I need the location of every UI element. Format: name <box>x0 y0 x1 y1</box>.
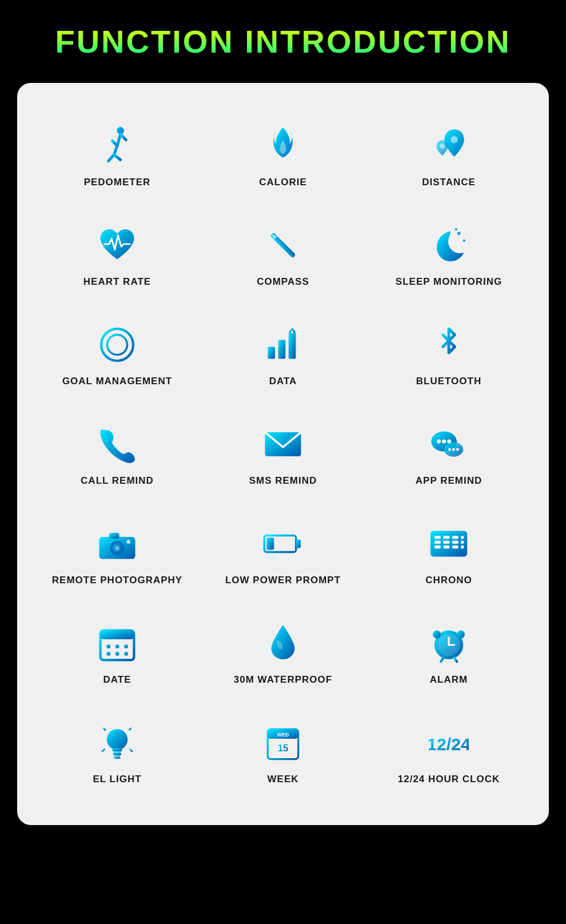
svg-point-63 <box>124 644 128 648</box>
svg-rect-23 <box>278 340 286 359</box>
goal-icon <box>94 322 140 368</box>
svg-line-3 <box>114 146 117 154</box>
svg-rect-48 <box>435 540 441 544</box>
feature-low-power: LOW POWER PROMPT <box>200 504 366 603</box>
goal-label: GOAL MANAGEMENT <box>62 376 172 387</box>
svg-line-76 <box>441 658 443 662</box>
svg-rect-58 <box>461 545 464 549</box>
clock-icon: 12/24 <box>426 720 472 766</box>
week-label: WEEK <box>268 774 299 785</box>
bluetooth-icon <box>426 322 472 368</box>
svg-line-77 <box>455 658 457 662</box>
date-icon <box>94 620 140 666</box>
feature-alarm: ALARM <box>366 603 532 703</box>
heart-rate-icon <box>94 222 140 268</box>
app-label: APP REMIND <box>416 475 482 487</box>
feature-data: DATA <box>200 305 366 404</box>
svg-rect-44 <box>296 539 301 548</box>
feature-calorie: CALORIE <box>200 106 366 205</box>
svg-line-83 <box>103 728 105 730</box>
svg-point-36 <box>456 448 459 451</box>
pedometer-label: PEDOMETER <box>84 177 151 188</box>
feature-distance: DISTANCE <box>366 106 532 205</box>
svg-point-34 <box>448 448 451 451</box>
svg-rect-56 <box>461 536 464 539</box>
svg-point-31 <box>442 440 446 444</box>
sms-label: SMS REMIND <box>249 475 317 487</box>
svg-point-30 <box>437 440 441 444</box>
waterproof-label: 30M WATERPROOF <box>234 674 332 686</box>
svg-point-7 <box>451 136 458 144</box>
low-power-icon <box>260 521 306 567</box>
data-label: DATA <box>269 376 297 387</box>
remote-photo-label: REMOTE PHOTOGRAPHY <box>52 575 182 586</box>
feature-week: WED 15 WEEK <box>200 703 366 802</box>
sleep-label: SLEEP MONITORING <box>396 276 502 288</box>
svg-rect-22 <box>268 347 275 359</box>
svg-rect-50 <box>443 536 449 539</box>
svg-line-5 <box>114 154 120 160</box>
call-label: CALL REMIND <box>81 475 154 487</box>
svg-point-74 <box>433 631 441 639</box>
feature-clock: 12/24 12/24 HOUR CLOCK <box>366 703 532 802</box>
low-power-label: LOW POWER PROMPT <box>225 575 341 586</box>
alarm-label: ALARM <box>430 674 468 686</box>
pedometer-icon <box>94 123 140 169</box>
svg-rect-54 <box>452 540 459 544</box>
svg-rect-57 <box>461 540 464 544</box>
svg-point-78 <box>107 729 127 750</box>
svg-text:15: 15 <box>278 743 288 754</box>
svg-point-75 <box>457 631 465 639</box>
svg-point-66 <box>124 652 128 656</box>
svg-rect-49 <box>435 545 441 549</box>
distance-icon <box>426 123 472 169</box>
sleep-icon <box>426 222 472 268</box>
svg-point-65 <box>115 652 119 656</box>
feature-date: DATE <box>34 603 200 703</box>
svg-point-11 <box>457 232 461 235</box>
svg-rect-52 <box>443 545 449 549</box>
svg-line-87 <box>102 749 105 751</box>
svg-line-84 <box>129 728 131 730</box>
data-icon <box>260 322 306 368</box>
waterproof-icon <box>260 620 306 666</box>
svg-rect-24 <box>289 333 296 359</box>
svg-point-8 <box>440 144 445 149</box>
feature-grid: PEDOMETER CALORIE <box>34 106 532 802</box>
feature-sleep: SLEEP MONITORING <box>366 205 532 305</box>
feature-goal: GOAL MANAGEMENT <box>34 305 200 404</box>
el-light-label: EL LIGHT <box>93 774 141 785</box>
call-icon <box>94 421 140 467</box>
svg-point-12 <box>463 240 465 242</box>
feature-chrono: CHRONO <box>366 504 532 603</box>
svg-text:12/24: 12/24 <box>429 735 469 754</box>
date-label: DATE <box>103 674 131 686</box>
compass-label: COMPASS <box>257 276 309 288</box>
svg-line-88 <box>130 749 132 751</box>
feature-el-light: EL LIGHT <box>34 703 200 802</box>
distance-label: DISTANCE <box>422 177 476 188</box>
alarm-icon <box>426 620 472 666</box>
calorie-label: CALORIE <box>259 177 307 188</box>
calorie-icon <box>260 123 306 169</box>
svg-point-40 <box>115 546 119 551</box>
feature-card: PEDOMETER CALORIE <box>17 83 549 825</box>
feature-waterproof: 30M WATERPROOF <box>200 603 366 703</box>
page-title: FUNCTION INTRODUCTION <box>55 23 511 60</box>
svg-rect-47 <box>435 536 441 539</box>
feature-remote-photo: REMOTE PHOTOGRAPHY <box>34 504 200 603</box>
svg-rect-60 <box>101 631 134 639</box>
feature-call: CALL REMIND <box>34 404 200 504</box>
svg-rect-53 <box>452 536 459 539</box>
sms-icon <box>260 421 306 467</box>
bluetooth-label: BLUETOOTH <box>416 376 481 387</box>
svg-rect-81 <box>114 756 120 759</box>
svg-point-64 <box>106 652 110 656</box>
remote-photo-icon <box>94 521 140 567</box>
week-icon: WED 15 <box>260 720 306 766</box>
chrono-icon <box>426 521 472 567</box>
compass-icon <box>260 222 306 268</box>
svg-point-35 <box>452 448 455 451</box>
svg-point-13 <box>455 228 457 230</box>
el-light-icon <box>94 720 140 766</box>
